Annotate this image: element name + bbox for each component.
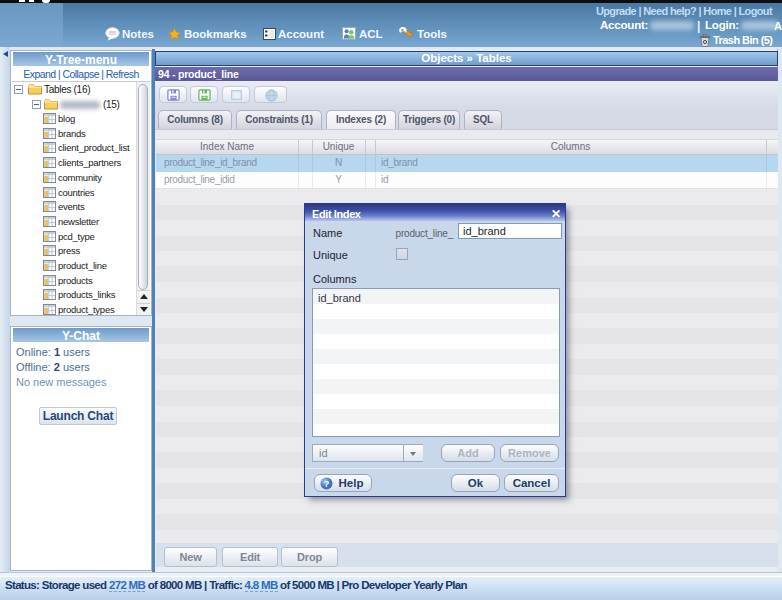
svg-text:?: ? — [324, 479, 330, 489]
